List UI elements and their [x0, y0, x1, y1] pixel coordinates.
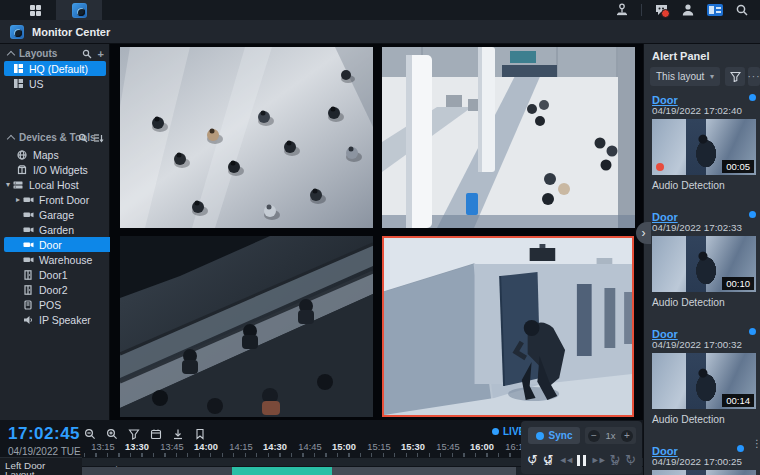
- layout-icon: [12, 78, 24, 90]
- top-tab-bar: [0, 0, 760, 21]
- alert-thumbnail[interactable]: 00:05: [652, 119, 756, 175]
- camera-feed-image: [120, 47, 373, 228]
- sidebar-item-us-layout[interactable]: US: [4, 76, 106, 91]
- calendar-icon[interactable]: [148, 426, 163, 441]
- map-icon: [16, 149, 28, 161]
- alert-event-type: Audio Detection: [652, 414, 756, 425]
- sort-icon[interactable]: [94, 133, 104, 143]
- transport-controls: ↺! ↺10 ◄◄ ►► ↻10 ↻!: [527, 449, 636, 471]
- alert-item[interactable]: Door 04/19/2022 17:02:33 00:10 Audio Det…: [652, 207, 756, 308]
- sidebar-item-front-door[interactable]: ▸ Front Door: [4, 192, 116, 207]
- camera-feed-image: [120, 236, 373, 417]
- bookmark-icon[interactable]: [192, 426, 207, 441]
- sidebar-item-door2[interactable]: Door2: [4, 282, 124, 297]
- zoom-in-icon[interactable]: [104, 426, 119, 441]
- chat-icon[interactable]: [653, 2, 669, 18]
- download-icon[interactable]: [170, 426, 185, 441]
- alert-thumbnail[interactable]: 00:10: [652, 236, 756, 292]
- sidebar-item-local-host[interactable]: ▾ Local Host: [4, 177, 106, 192]
- alert-scope-dropdown[interactable]: This layout ▾: [650, 67, 720, 86]
- alert-camera-link[interactable]: Door: [652, 211, 678, 223]
- fast-forward-button[interactable]: ►►: [591, 453, 605, 467]
- pos-icon: [22, 299, 34, 311]
- sidebar-item-warehouse[interactable]: Warehouse: [4, 252, 124, 267]
- search-icon[interactable]: [78, 133, 88, 143]
- previous-event-button[interactable]: ↺!: [527, 453, 538, 467]
- layouts-section-header[interactable]: Layouts +: [0, 46, 110, 61]
- speed-up-button[interactable]: +: [621, 430, 633, 442]
- unread-dot: [749, 211, 756, 218]
- speed-control: − 1x +: [585, 427, 636, 444]
- alert-item[interactable]: Door 04/19/2022 17:02:40 00:05 Audio Det…: [652, 90, 756, 191]
- alert-item[interactable]: Door ⋮ 04/19/2022 17:00:25: [652, 441, 756, 475]
- recording-segment: [332, 467, 516, 475]
- monitor-center-window: Monitor Center Layouts + HQ (Default) US…: [0, 0, 760, 475]
- camera-feed-image: [382, 47, 635, 228]
- zoom-out-icon[interactable]: [82, 426, 97, 441]
- alert-thumbnail[interactable]: [652, 470, 756, 475]
- alert-panel-toggle-icon[interactable]: [707, 2, 723, 18]
- title-bar: Monitor Center: [0, 20, 760, 44]
- sidebar-item-maps[interactable]: Maps: [4, 147, 118, 162]
- sidebar-item-ip-speaker[interactable]: IP Speaker: [4, 312, 124, 327]
- alert-filter-button[interactable]: [725, 67, 745, 86]
- sidebar-item-door[interactable]: Door: [4, 237, 124, 252]
- sidebar-item-pos[interactable]: POS: [4, 297, 124, 312]
- track-label: Layout: [5, 469, 34, 475]
- speed-down-button[interactable]: −: [588, 430, 600, 442]
- tree-expanded-icon[interactable]: ▾: [4, 180, 12, 189]
- filter-icon: [730, 71, 741, 82]
- clip-duration-badge: 00:14: [722, 394, 754, 407]
- speed-value: 1x: [605, 430, 615, 441]
- unread-dot: [749, 94, 756, 101]
- pause-button[interactable]: [577, 455, 586, 466]
- track-label-column: Left Door Layout: [0, 457, 82, 475]
- door-icon: [22, 284, 34, 296]
- alert-panel-collapse-handle[interactable]: ›: [636, 222, 651, 244]
- sidebar-item-hq-layout[interactable]: HQ (Default): [4, 61, 106, 76]
- search-icon[interactable]: [734, 2, 750, 18]
- alert-more-button[interactable]: ···: [748, 67, 760, 86]
- user-icon[interactable]: [680, 2, 696, 18]
- layout-icon: [12, 63, 24, 75]
- page-title: Monitor Center: [32, 26, 110, 38]
- main-menu-tab[interactable]: [14, 0, 56, 20]
- tick-marks: [84, 453, 520, 457]
- server-icon: [12, 179, 24, 191]
- sidebar-item-garden[interactable]: Garden: [4, 222, 124, 237]
- alert-item[interactable]: Door 04/19/2022 17:00:32 00:14 Audio Det…: [652, 324, 756, 425]
- notification-badge: [661, 9, 670, 18]
- camera-tile-lobby-overhead[interactable]: [120, 47, 373, 228]
- filter-icon[interactable]: [126, 426, 141, 441]
- kebab-menu-icon[interactable]: ⋮: [752, 442, 756, 446]
- rewind-button[interactable]: ◄◄: [558, 453, 572, 467]
- topbar-status-icons: [614, 0, 756, 20]
- sync-toggle-button[interactable]: Sync: [528, 427, 580, 444]
- sidebar-item-door1[interactable]: Door1: [4, 267, 124, 282]
- tick-label: 15:00: [332, 442, 356, 452]
- recording-dot: [656, 163, 664, 171]
- sidebar-item-garage[interactable]: Garage: [4, 207, 124, 222]
- monitor-center-tab[interactable]: [56, 0, 102, 20]
- alert-thumbnail[interactable]: 00:14: [652, 353, 756, 409]
- timeline-bar: 17:02:45 04/19/2022 TUE LIVE 13:15 13:30…: [0, 420, 643, 475]
- tree-collapsed-icon[interactable]: ▸: [14, 195, 22, 204]
- apps-grid-icon: [29, 4, 42, 17]
- forward-10s-button[interactable]: ↻10: [609, 453, 620, 467]
- alert-camera-link[interactable]: Door: [652, 328, 678, 340]
- sidebar-item-io-widgets[interactable]: I/O Widgets: [4, 162, 118, 177]
- live-dot-icon: [492, 428, 499, 435]
- camera-tile-atrium-lobby[interactable]: [382, 47, 635, 228]
- tick-label: 13:30: [125, 442, 149, 452]
- add-layout-icon[interactable]: +: [98, 48, 104, 60]
- alert-camera-link[interactable]: Door: [652, 94, 678, 106]
- devices-section-header[interactable]: Devices & Tools: [0, 130, 110, 145]
- search-icon[interactable]: [82, 49, 92, 59]
- camera-tile-escalator[interactable]: [120, 236, 373, 417]
- ptz-controller-icon[interactable]: [614, 2, 630, 18]
- camera-tile-door-corridor[interactable]: [382, 236, 634, 417]
- rewind-10s-button[interactable]: ↺10: [543, 453, 554, 467]
- next-event-button[interactable]: ↻!: [625, 453, 636, 467]
- alert-camera-link[interactable]: Door: [652, 445, 678, 457]
- unread-dot: [737, 445, 744, 452]
